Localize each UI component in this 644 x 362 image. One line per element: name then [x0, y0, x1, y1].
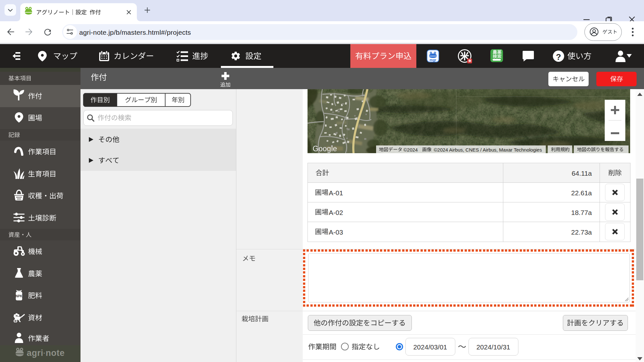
- svg-text:NPK: NPK: [15, 294, 23, 298]
- svg-text:Google: Google: [313, 144, 337, 153]
- svg-text:mgr: mgr: [430, 58, 437, 62]
